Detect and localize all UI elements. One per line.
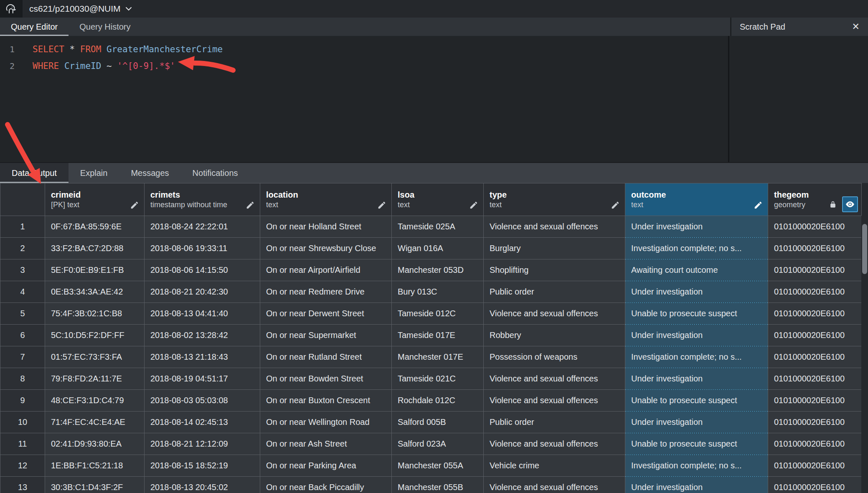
cell-outcome[interactable]: Awaiting court outcome: [625, 259, 768, 281]
cell-lsoa[interactable]: Wigan 016A: [392, 238, 484, 259]
pgadmin-logo[interactable]: [0, 0, 23, 18]
row-number[interactable]: 1: [0, 216, 45, 238]
cell-crimeid[interactable]: 5C:10:D5:F2:DF:FF: [45, 325, 145, 346]
tab-messages[interactable]: Messages: [119, 163, 180, 183]
cell-location[interactable]: On or near Redmere Drive: [260, 281, 392, 303]
cell-type[interactable]: Shoplifting: [484, 259, 625, 281]
cell-crimeid[interactable]: 79:F8:FD:2A:11:7E: [45, 368, 145, 390]
cell-type[interactable]: Public order: [484, 412, 625, 433]
column-header-location[interactable]: locationtext: [260, 183, 392, 216]
cell-outcome[interactable]: Under investigation: [625, 412, 768, 433]
cell-thegeom[interactable]: 0101000020E6100: [768, 412, 862, 433]
cell-thegeom[interactable]: 0101000020E6100: [768, 303, 862, 325]
cell-outcome[interactable]: Unable to prosecute suspect: [625, 303, 768, 325]
cell-type[interactable]: Violence and sexual offences: [484, 368, 625, 390]
scrollbar-thumb[interactable]: [862, 224, 867, 274]
vertical-scrollbar[interactable]: [861, 216, 868, 493]
cell-lsoa[interactable]: Manchester 017E: [392, 346, 484, 368]
cell-lsoa[interactable]: Manchester 053D: [392, 259, 484, 281]
cell-location[interactable]: On or near Holland Street: [260, 216, 392, 238]
tab-query-editor[interactable]: Query Editor: [0, 18, 69, 36]
cell-thegeom[interactable]: 0101000020E6100: [768, 477, 862, 493]
edit-column-icon[interactable]: [246, 201, 255, 210]
cell-thegeom[interactable]: 0101000020E6100: [768, 238, 862, 259]
cell-crimeid[interactable]: 33:F2:BA:C7:2D:88: [45, 238, 145, 259]
edit-column-icon[interactable]: [754, 201, 763, 210]
cell-crimeid[interactable]: 01:57:EC:73:F3:FA: [45, 346, 145, 368]
column-header-outcome[interactable]: outcometext: [625, 183, 768, 216]
cell-location[interactable]: On or near Supermarket: [260, 325, 392, 346]
cell-location[interactable]: On or near Airport/Airfield: [260, 259, 392, 281]
cell-thegeom[interactable]: 0101000020E6100: [768, 346, 862, 368]
cell-lsoa[interactable]: Rochdale 012C: [392, 390, 484, 412]
cell-type[interactable]: Violence and sexual offences: [484, 433, 625, 455]
row-number[interactable]: 10: [0, 412, 45, 433]
cell-crimeid[interactable]: 5E:F0:0E:B9:E1:FB: [45, 259, 145, 281]
cell-crimets[interactable]: 2018-08-14 02:45:13: [145, 412, 260, 433]
cell-location[interactable]: On or near Rutland Street: [260, 346, 392, 368]
cell-lsoa[interactable]: Salford 005B: [392, 412, 484, 433]
close-icon[interactable]: ✕: [852, 22, 860, 31]
column-header-lsoa[interactable]: lsoatext: [392, 183, 484, 216]
cell-lsoa[interactable]: Tameside 017E: [392, 325, 484, 346]
row-number[interactable]: 6: [0, 325, 45, 346]
edit-column-icon[interactable]: [377, 201, 386, 210]
cell-crimets[interactable]: 2018-08-03 05:03:08: [145, 390, 260, 412]
cell-location[interactable]: On or near Parking Area: [260, 455, 392, 477]
row-number[interactable]: 11: [0, 433, 45, 455]
column-header-type[interactable]: typetext: [484, 183, 625, 216]
row-number[interactable]: 4: [0, 281, 45, 303]
cell-outcome[interactable]: Under investigation: [625, 281, 768, 303]
cell-type[interactable]: Robbery: [484, 325, 625, 346]
edit-column-icon[interactable]: [469, 201, 478, 210]
cell-thegeom[interactable]: 0101000020E6100: [768, 216, 862, 238]
cell-crimeid[interactable]: 75:4F:3B:02:1C:B8: [45, 303, 145, 325]
cell-type[interactable]: Violence and sexual offences: [484, 303, 625, 325]
row-number[interactable]: 13: [0, 477, 45, 493]
cell-thegeom[interactable]: 0101000020E6100: [768, 281, 862, 303]
cell-thegeom[interactable]: 0101000020E6100: [768, 433, 862, 455]
column-header-crimeid[interactable]: crimeid[PK] text: [45, 183, 145, 216]
column-header-thegeom[interactable]: thegeomgeometry: [768, 183, 862, 216]
cell-location[interactable]: On or near Bowden Street: [260, 368, 392, 390]
select-all-corner[interactable]: [0, 183, 45, 216]
row-number[interactable]: 9: [0, 390, 45, 412]
cell-lsoa[interactable]: Manchester 055A: [392, 455, 484, 477]
cell-type[interactable]: Burglary: [484, 238, 625, 259]
row-number[interactable]: 7: [0, 346, 45, 368]
row-number[interactable]: 3: [0, 259, 45, 281]
cell-thegeom[interactable]: 0101000020E6100: [768, 390, 862, 412]
scratch-pad-panel[interactable]: [729, 36, 868, 162]
cell-outcome[interactable]: Investigation complete; no s...: [625, 346, 768, 368]
view-geometry-button[interactable]: [842, 196, 858, 212]
cell-crimeid[interactable]: 48:CE:F3:1D:C4:79: [45, 390, 145, 412]
cell-type[interactable]: Violence and sexual offences: [484, 216, 625, 238]
cell-crimeid[interactable]: 30:3B:C1:D4:3F:2F: [45, 477, 145, 493]
cell-crimeid[interactable]: 0F:67:BA:85:59:6E: [45, 216, 145, 238]
cell-lsoa[interactable]: Manchester 055B: [392, 477, 484, 493]
row-number[interactable]: 8: [0, 368, 45, 390]
cell-lsoa[interactable]: Tameside 025A: [392, 216, 484, 238]
edit-column-icon[interactable]: [611, 201, 620, 210]
cell-crimets[interactable]: 2018-08-21 12:12:09: [145, 433, 260, 455]
cell-outcome[interactable]: Unable to prosecute suspect: [625, 433, 768, 455]
cell-thegeom[interactable]: 0101000020E6100: [768, 368, 862, 390]
row-number[interactable]: 12: [0, 455, 45, 477]
cell-lsoa[interactable]: Bury 013C: [392, 281, 484, 303]
cell-crimets[interactable]: 2018-08-02 13:28:42: [145, 325, 260, 346]
cell-outcome[interactable]: Under investigation: [625, 216, 768, 238]
cell-lsoa[interactable]: Tameside 012C: [392, 303, 484, 325]
cell-location[interactable]: On or near Shrewsbury Close: [260, 238, 392, 259]
cell-outcome[interactable]: Under investigation: [625, 368, 768, 390]
cell-crimets[interactable]: 2018-08-13 21:18:43: [145, 346, 260, 368]
tab-notifications[interactable]: Notifications: [181, 163, 250, 183]
row-number[interactable]: 2: [0, 238, 45, 259]
cell-type[interactable]: Public order: [484, 281, 625, 303]
cell-thegeom[interactable]: 0101000020E6100: [768, 455, 862, 477]
cell-crimets[interactable]: 2018-08-06 19:33:11: [145, 238, 260, 259]
tab-data-output[interactable]: Data Output: [0, 163, 69, 183]
connection-selector[interactable]: cs621/p210030@NUIM: [29, 4, 132, 14]
cell-location[interactable]: On or near Ash Street: [260, 433, 392, 455]
cell-outcome[interactable]: Investigation complete; no s...: [625, 238, 768, 259]
cell-thegeom[interactable]: 0101000020E6100: [768, 325, 862, 346]
